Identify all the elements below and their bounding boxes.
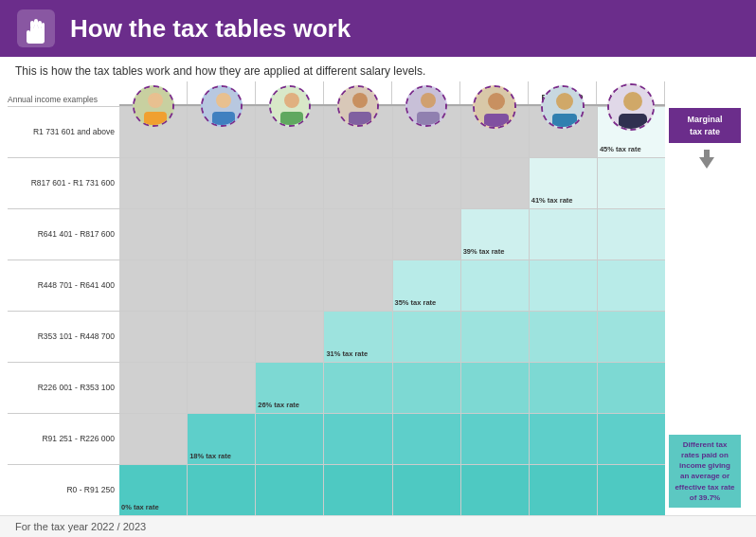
cell-0-5 <box>119 362 187 413</box>
right-panel-body: Marginaltax rate Different tax rates pai… <box>665 106 748 515</box>
cell-1-3 <box>188 260 255 311</box>
cell-5-7 <box>461 464 529 515</box>
chart-col-2: 26% tax rate <box>256 106 324 515</box>
chart-body: 0% tax rate <box>119 106 665 515</box>
cell-3-1 <box>324 157 391 208</box>
cell-4-5 <box>393 362 460 413</box>
row-label-4: R448 701 - R641 400 <box>8 260 119 311</box>
cell-1-4 <box>188 311 255 362</box>
cell-3-5 <box>324 362 391 413</box>
cell-0-6 <box>119 413 187 464</box>
avatar-0 <box>133 85 174 127</box>
chart-col-5: 39% tax rate <box>461 106 530 515</box>
cell-6-2 <box>530 208 597 260</box>
cell-0-3 <box>119 260 187 311</box>
cell-5-6 <box>461 413 529 464</box>
cell-5-5 <box>461 362 529 413</box>
tax-label-6-1: 41% tax rate <box>531 196 573 205</box>
main-container: How the tax tables work This is how the … <box>0 0 756 537</box>
chart-col-6: 41% tax rate <box>530 106 598 515</box>
cell-7-3 <box>598 260 665 311</box>
cell-0-1 <box>119 157 187 208</box>
chart-col-7: 45% tax rate <box>598 106 665 515</box>
cell-4-7 <box>393 464 460 515</box>
svg-rect-7 <box>30 21 34 28</box>
row-label-2: R226 001 - R353 100 <box>8 362 119 413</box>
svg-point-16 <box>216 93 231 108</box>
chart-col-3: 31% tax rate <box>324 106 392 515</box>
row-label-7: R1 731 601 and above <box>8 106 119 157</box>
header: How the tax tables work <box>0 0 756 57</box>
cell-1-5 <box>188 362 255 413</box>
tax-label-7-0: 45% tax rate <box>600 145 641 153</box>
cell-4-6 <box>393 413 460 464</box>
tax-label-1-6: 18% tax rate <box>189 452 231 460</box>
chart-col-1: 18% tax rate <box>188 106 256 515</box>
avatar-3 <box>337 85 379 127</box>
cell-7-7 <box>598 464 665 515</box>
cell-2-5: 26% tax rate <box>256 362 323 413</box>
cell-6-1: 41% tax rate <box>530 157 597 208</box>
cell-5-3 <box>461 260 529 311</box>
avatar-1 <box>201 85 243 127</box>
svg-rect-9 <box>38 21 42 28</box>
avatar-4 <box>405 85 447 127</box>
avatar-7 <box>607 83 655 131</box>
cell-1-6: 18% tax rate <box>188 413 255 464</box>
cell-3-6 <box>324 413 391 464</box>
cell-1-1 <box>188 157 255 208</box>
tax-label-5-2: 39% tax rate <box>463 247 505 256</box>
footer-text: For the tax year 2022 / 2023 <box>15 521 146 532</box>
cell-6-3 <box>530 260 597 311</box>
effective-label: Different tax rates paid on income givin… <box>675 440 734 502</box>
row-label-1: R91 251 - R226 000 <box>8 413 119 464</box>
svg-point-19 <box>284 93 299 108</box>
svg-point-31 <box>556 93 573 110</box>
row-label-5: R641 401 - R817 600 <box>8 208 119 260</box>
cell-7-1 <box>598 157 665 208</box>
cell-0-2 <box>119 208 187 260</box>
cell-7-6 <box>598 413 665 464</box>
hand-icon <box>15 8 57 49</box>
svg-point-34 <box>623 92 642 111</box>
svg-rect-8 <box>34 19 38 27</box>
right-panel: Marginaltax rate Different tax rates pai… <box>665 81 748 515</box>
tax-label-2-5: 26% tax rate <box>258 401 299 409</box>
row-labels: Annual income examples R1 731 601 and ab… <box>8 81 119 515</box>
cell-5-4 <box>461 311 529 362</box>
cell-5-1 <box>461 157 529 208</box>
cell-4-4 <box>393 311 460 362</box>
cell-2-2 <box>256 208 323 260</box>
cell-3-4: 31% tax rate <box>324 311 391 362</box>
tax-label-4-3: 35% tax rate <box>395 298 437 307</box>
cell-7-5 <box>598 362 665 413</box>
cell-7-2 <box>598 208 665 260</box>
avatar-2 <box>269 85 311 127</box>
chart-col-0: 0% tax rate <box>119 106 188 515</box>
cell-2-1 <box>256 157 323 208</box>
cell-3-7 <box>324 464 391 515</box>
avatar-6 <box>541 85 585 129</box>
cell-0-7: 0% tax rate <box>119 464 187 515</box>
marginal-label: Marginaltax rate <box>687 115 722 136</box>
cell-1-7 <box>188 464 255 515</box>
arrow-icon <box>699 150 714 172</box>
svg-rect-6 <box>27 34 45 44</box>
row-label-0: R0 - R91 250 <box>8 464 119 515</box>
effective-box: Different tax rates paid on income givin… <box>669 435 741 508</box>
cell-3-3 <box>324 260 391 311</box>
cell-6-6 <box>530 413 597 464</box>
row-label-3: R353 101 - R448 700 <box>8 311 119 362</box>
cell-2-6 <box>256 413 323 464</box>
cell-6-5 <box>530 362 597 413</box>
cell-4-2 <box>393 208 460 260</box>
footer: For the tax year 2022 / 2023 <box>0 515 756 537</box>
cell-0-4 <box>119 311 187 362</box>
subtitle: This is how the tax tables work and how … <box>0 57 756 81</box>
svg-rect-10 <box>42 23 45 30</box>
row-label-6: R817 601 - R1 731 600 <box>8 157 119 208</box>
tax-label-0-0: 0% tax rate <box>121 503 159 511</box>
tax-label-3-4: 31% tax rate <box>326 349 368 358</box>
avatar-5 <box>473 85 516 129</box>
svg-point-25 <box>421 93 436 108</box>
